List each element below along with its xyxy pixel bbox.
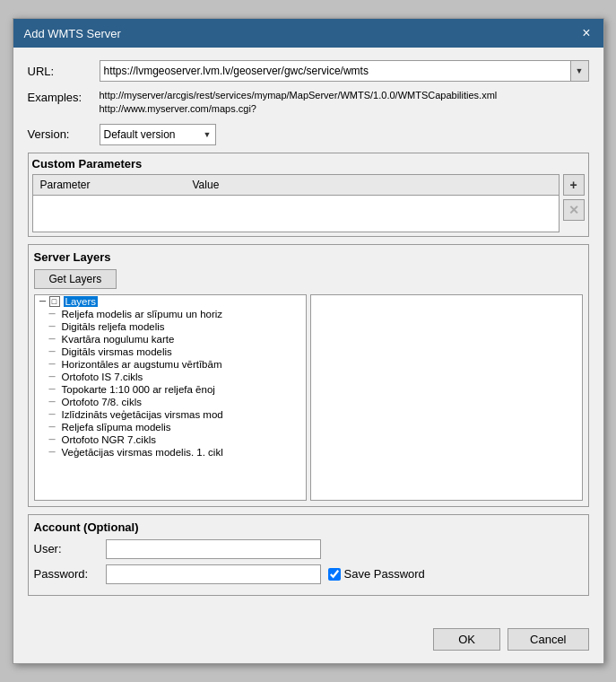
url-combobox[interactable] [100, 60, 589, 82]
password-field: Password: Save Password [34, 564, 583, 584]
layer-item[interactable]: ─Ortofoto 7/8. cikls [35, 396, 306, 408]
layer-item[interactable]: ─Ortofoto NGR 7.cikls [35, 433, 306, 446]
examples-row: Examples: http://myserver/arcgis/rest/se… [28, 89, 589, 117]
params-buttons: + ✕ [563, 174, 585, 221]
save-password-wrapper: Save Password [328, 567, 425, 581]
remove-param-button[interactable]: ✕ [563, 199, 585, 221]
url-dropdown-button[interactable] [570, 61, 588, 81]
custom-parameters-section: Custom Parameters Parameter Value + ✕ [28, 153, 589, 237]
examples-label: Examples: [28, 89, 92, 104]
account-section: Account (Optional) User: Password: Save … [28, 514, 589, 596]
example-line-2: http://www.myserver.com/maps.cgi? [100, 102, 589, 116]
get-layers-button[interactable]: Get Layers [34, 269, 117, 289]
password-label: Password: [34, 567, 99, 581]
url-label: URL: [28, 65, 92, 78]
layer-item[interactable]: ─Topokarte 1:10 000 ar reljefa ēnoj [35, 383, 306, 396]
layers-tree[interactable]: ─ □ Layers ─Reljefa modelis ar slīpumu u… [34, 294, 307, 501]
ok-button[interactable]: OK [433, 628, 500, 651]
dialog-content: URL: Examples: http://myserver/arcgis/re… [13, 48, 603, 619]
layer-item[interactable]: ─Veģetācijas virsmas modelis. 1. cikl [35, 446, 306, 459]
version-row: Version: Default version 1.0.0 [28, 124, 589, 145]
url-row: URL: [28, 60, 589, 82]
tree-root-label[interactable]: Layers [64, 296, 99, 307]
password-input[interactable] [106, 564, 321, 584]
version-select[interactable]: Default version 1.0.0 [100, 124, 216, 145]
user-label: User: [34, 542, 99, 555]
url-input[interactable] [100, 61, 570, 81]
params-table-header: Parameter Value [33, 175, 559, 196]
version-select-wrapper[interactable]: Default version 1.0.0 [100, 124, 216, 145]
add-param-button[interactable]: + [563, 174, 585, 196]
version-label: Version: [28, 127, 92, 141]
tree-root-icon: □ [49, 296, 60, 307]
dialog-buttons: OK Cancel [13, 619, 603, 663]
layer-item[interactable]: ─Reljefa slīpuma modelis [35, 421, 306, 433]
user-input[interactable] [106, 539, 321, 559]
tree-root-expander[interactable]: ─ [37, 296, 49, 306]
tree-root-row: ─ □ Layers [35, 295, 306, 308]
account-title: Account (Optional) [34, 520, 583, 534]
cancel-button[interactable]: Cancel [508, 628, 588, 651]
layer-item[interactable]: ─Digitāls virsmas modelis [35, 345, 306, 358]
layers-panels: ─ □ Layers ─Reljefa modelis ar slīpumu u… [34, 294, 583, 501]
server-layers-section: Server Layers Get Layers ─ □ Layers ─Rel… [28, 244, 589, 507]
params-body [33, 196, 559, 232]
title-bar: Add WMTS Server × [13, 19, 603, 48]
layer-item[interactable]: ─Kvartāra nogulumu karte [35, 333, 306, 345]
examples-text: http://myserver/arcgis/rest/services/mym… [100, 89, 589, 117]
user-field: User: [34, 539, 583, 559]
layer-item[interactable]: ─Horizontāles ar augstumu vērtībām [35, 358, 306, 371]
custom-parameters-title: Custom Parameters [32, 157, 585, 170]
params-col-param-header: Parameter [37, 177, 189, 193]
layer-item[interactable]: ─Reljefa modelis ar slīpumu un horiz [35, 308, 306, 320]
layer-item[interactable]: ─Izlīdzināts veģetācijas virsmas mod [35, 408, 306, 421]
example-line-1: http://myserver/arcgis/rest/services/mym… [100, 89, 589, 102]
layers-detail [310, 294, 583, 501]
layer-item[interactable]: ─Ortofoto IS 7.cikls [35, 371, 306, 383]
close-button[interactable]: × [580, 26, 592, 40]
server-layers-title: Server Layers [34, 250, 583, 264]
save-password-checkbox[interactable] [328, 568, 341, 581]
custom-params-content: Parameter Value + ✕ [32, 174, 585, 232]
params-col-value-header: Value [189, 177, 555, 193]
layer-item[interactable]: ─Digitāls reljefa modelis [35, 320, 306, 333]
dialog-title: Add WMTS Server [24, 27, 121, 40]
add-wmts-dialog: Add WMTS Server × URL: Examples: http://… [13, 18, 604, 664]
layer-list: ─Reljefa modelis ar slīpumu un horiz─Dig… [35, 308, 306, 459]
params-table: Parameter Value [32, 174, 560, 232]
save-password-label: Save Password [344, 567, 425, 581]
